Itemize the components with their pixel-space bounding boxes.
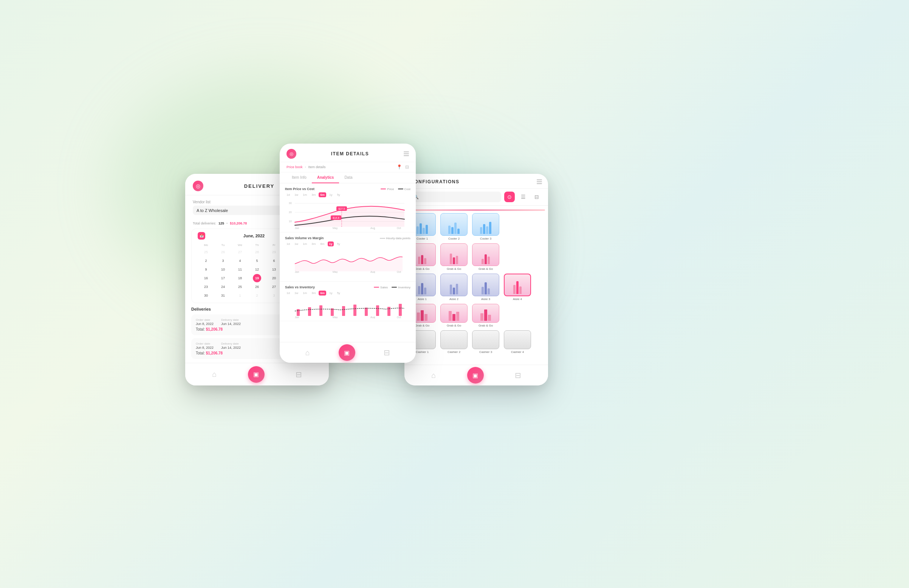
shelf-aisle-2[interactable]: Aisle 2: [439, 274, 469, 301]
shelf-cashier-4[interactable]: Cashier 4: [503, 330, 532, 354]
calendar-icon: 📅: [198, 232, 205, 239]
svg-rect-23: [342, 306, 345, 316]
item-details-header: ITEM DETAILS: [280, 144, 416, 162]
filter-1d[interactable]: 1d: [285, 192, 291, 197]
tab-analytics[interactable]: Analytics: [312, 172, 339, 183]
item-details-nav-home[interactable]: ⌂: [305, 349, 310, 357]
shelf-cashier-2[interactable]: Cashier 2: [439, 330, 469, 354]
shelf-grabgo-6[interactable]: Grab & Go: [471, 304, 501, 327]
cal-day[interactable]: 13: [270, 265, 278, 274]
delivery-nav-scan[interactable]: ▣: [248, 366, 265, 383]
cal-day[interactable]: 30: [202, 291, 210, 300]
cal-day[interactable]: 4: [236, 257, 244, 265]
config-view-grid[interactable]: ⊙: [504, 192, 515, 202]
config-menu[interactable]: [537, 179, 542, 184]
shelf-grabgo-5[interactable]: Grab & Go: [439, 304, 469, 327]
cal-day[interactable]: 1: [236, 291, 244, 300]
cal-day[interactable]: 20: [270, 274, 278, 282]
cal-day[interactable]: 16: [202, 274, 210, 282]
shelf-cooler-2[interactable]: Cooler 2: [439, 213, 469, 240]
legend-inventory-line: [392, 287, 397, 288]
cal-day[interactable]: 17: [219, 274, 227, 282]
volume-filter-1y[interactable]: 1y: [328, 241, 334, 246]
cal-day[interactable]: 27: [236, 248, 244, 256]
cal-day[interactable]: 24: [219, 283, 227, 291]
legend-inventory-label: Inventory: [398, 286, 410, 289]
volume-filter-6m[interactable]: 6m: [319, 241, 326, 246]
cal-day[interactable]: 3: [219, 257, 227, 265]
cal-day[interactable]: 9: [202, 265, 210, 274]
cal-day[interactable]: 28: [253, 248, 261, 256]
volume-filter-5y[interactable]: 5y: [335, 241, 341, 246]
config-nav-home[interactable]: ⌂: [431, 371, 436, 380]
delivery-nav-cart[interactable]: ⊟: [295, 370, 302, 379]
volume-filter-1d[interactable]: 1d: [285, 241, 291, 246]
delivery-nav-home[interactable]: ⌂: [212, 370, 216, 379]
shelf-cashier-3[interactable]: Cashier 3: [471, 330, 501, 354]
chart-legend-price: Price Cost: [381, 187, 410, 191]
config-aisles-row: Aisle 1 Aisle 2: [407, 274, 545, 301]
inv-filter-1d[interactable]: 1d: [285, 291, 291, 296]
inv-filter-3m[interactable]: 3m: [310, 291, 317, 296]
shelf-grabgo-3-visual: [472, 243, 499, 266]
cal-day[interactable]: 11: [236, 265, 244, 274]
cal-day[interactable]: 27: [270, 283, 278, 291]
delivery-stats-label: Total deliveries:: [193, 221, 216, 225]
shelf-aisle-3[interactable]: Aisle 3: [471, 274, 501, 301]
config-view-map[interactable]: ⊟: [531, 192, 542, 202]
cal-day[interactable]: 26: [219, 248, 227, 256]
cal-day[interactable]: 2: [253, 291, 261, 300]
filter-1m[interactable]: 1m: [301, 192, 308, 197]
location-icon[interactable]: 📍: [397, 165, 402, 170]
item-details-nav-scan[interactable]: ▣: [339, 344, 355, 361]
cal-day[interactable]: 2: [202, 257, 210, 265]
cal-day[interactable]: 18: [236, 274, 244, 282]
config-view-list[interactable]: ☰: [518, 192, 528, 202]
tab-data[interactable]: Data: [339, 172, 358, 183]
shelf-grabgo-3[interactable]: Grab & Go: [471, 243, 501, 271]
cal-day[interactable]: 5: [253, 257, 261, 265]
shelf-aisle-4[interactable]: Aisle 4: [503, 274, 532, 301]
svg-text:Aug: Aug: [370, 316, 375, 318]
cal-day-today[interactable]: 19: [253, 274, 261, 282]
inv-filter-5y[interactable]: 5y: [335, 291, 341, 296]
filter-6m[interactable]: 6m: [319, 192, 326, 197]
filter-1y[interactable]: 1y: [328, 192, 334, 197]
volume-filter-1m[interactable]: 1m: [301, 241, 308, 246]
cal-day[interactable]: 12: [253, 265, 261, 274]
item-details-menu[interactable]: [404, 152, 409, 156]
cal-day[interactable]: 29: [270, 248, 278, 256]
item-details-nav-cart[interactable]: ⊟: [384, 348, 390, 357]
cal-day[interactable]: 31: [219, 291, 227, 300]
breadcrumb-parent[interactable]: Price book: [286, 165, 303, 169]
config-nav-scan[interactable]: ▣: [467, 367, 484, 384]
delivery-stats-amount: $10,206.78: [230, 221, 247, 225]
cal-day[interactable]: 25: [236, 283, 244, 291]
config-scan-icon: ▣: [473, 372, 478, 379]
inv-filter-1y[interactable]: 1y: [328, 291, 334, 296]
inv-filter-1m[interactable]: 1m: [301, 291, 308, 296]
filter-5y[interactable]: 5y: [335, 192, 341, 197]
cal-header-mo: Mo: [198, 242, 214, 247]
cal-day[interactable]: 23: [202, 283, 210, 291]
filter-icon[interactable]: ⊟: [405, 165, 409, 170]
cal-day[interactable]: 6: [270, 257, 278, 265]
cal-day[interactable]: 25: [202, 248, 210, 256]
config-search-box[interactable]: 🔍: [410, 192, 501, 202]
volume-filter-1w[interactable]: 1w: [293, 241, 300, 246]
tab-item-info[interactable]: Item Info: [286, 172, 312, 183]
shelf-grabgo-2[interactable]: Grab & Go: [439, 243, 469, 271]
filter-1w[interactable]: 1w: [293, 192, 300, 197]
cal-day[interactable]: 26: [253, 283, 261, 291]
inv-filter-1w[interactable]: 1w: [293, 291, 300, 296]
config-scroll-area[interactable]: Cooler 1 Cooler 2: [404, 205, 548, 355]
config-nav-cart[interactable]: ⊟: [515, 371, 521, 380]
volume-filter-3m[interactable]: 3m: [310, 241, 317, 246]
shelf-cooler-3[interactable]: Cooler 3: [471, 213, 501, 240]
inv-filter-6m[interactable]: 6m: [319, 291, 326, 296]
time-filters-price: 1d 1w 1m 3m 6m 1y 5y: [285, 192, 410, 197]
delivery-delivery-date-label-2: Delivery date: [221, 342, 241, 346]
filter-3m[interactable]: 3m: [310, 192, 317, 197]
cal-day[interactable]: 3: [270, 291, 278, 300]
cal-day[interactable]: 10: [219, 265, 227, 274]
